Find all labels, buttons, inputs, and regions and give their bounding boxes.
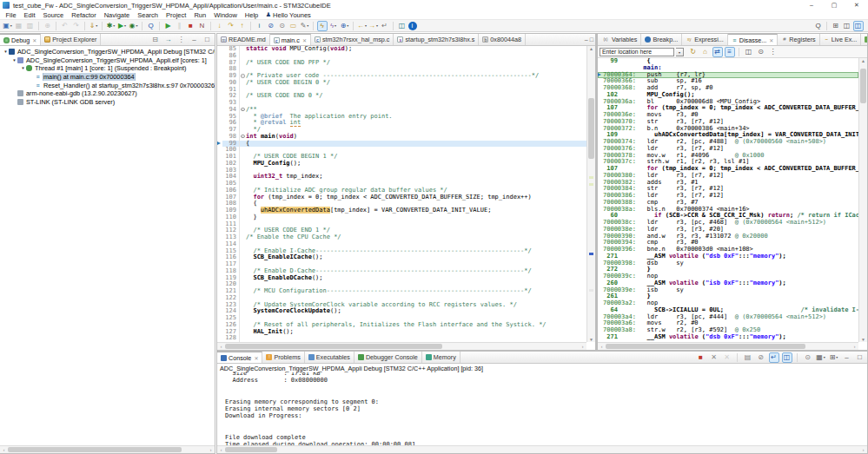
terminate-icon[interactable]: ■ <box>696 352 706 363</box>
tab-stm32h7rsxx-hal-msp-c[interactable]: cstm32h7rsxx_hal_msp.c <box>311 34 394 45</box>
disassembly-line[interactable]: 271 __ASM volatile ("dsb 0xF":::"memory"… <box>598 334 858 341</box>
tab-variables[interactable]: (x)Variables <box>598 34 641 45</box>
open-element-icon[interactable]: ▭ <box>288 21 299 31</box>
scrollbar-thumb[interactable] <box>225 447 277 452</box>
code-line[interactable]: 90/* USER CODE BEGIN 0 */ <box>217 80 586 87</box>
tab-breakp[interactable]: Breakp... <box>641 34 682 45</box>
code-line[interactable]: 110 } <box>217 214 586 221</box>
tab-project-explorer[interactable]: Project Explorer <box>41 34 101 45</box>
code-line[interactable]: 98–int main(void) <box>217 134 586 141</box>
maximize-button[interactable]: ▢ <box>823 0 845 10</box>
tab-executables[interactable]: Executables <box>305 352 354 363</box>
code-line[interactable]: 124 SystemCoreClockUpdate(); <box>217 308 586 315</box>
code-line[interactable]: 109 uhADCxConvertedData[tmp_index] = VAR… <box>217 207 586 214</box>
program-chip-icon[interactable]: ϟ▾ <box>328 21 339 31</box>
clear-console-icon[interactable]: ▤ <box>743 352 753 363</box>
search-icon[interactable]: Q <box>146 21 156 31</box>
step-over-icon[interactable]: ↷ <box>226 21 236 31</box>
code-line[interactable]: 116 SCB_EnableICache(); <box>217 254 586 261</box>
code-line[interactable]: 127 HAL_Init(); <box>217 329 586 336</box>
cpp-perspective-icon[interactable]: ◫ <box>842 21 852 31</box>
tab-disasse[interactable]: ≡Disasse...✕ <box>728 34 779 46</box>
external-tools-icon[interactable]: ◉▾ <box>129 21 139 31</box>
scrollbar-thumb[interactable] <box>8 447 182 452</box>
info-icon[interactable]: i <box>408 22 417 30</box>
tab-problems[interactable]: !Problems <box>262 352 304 363</box>
sync-pc-icon[interactable]: ⇄ <box>712 47 723 57</box>
annotation-mark[interactable] <box>589 289 593 292</box>
pin-icon[interactable]: ⊙ <box>756 47 766 57</box>
code-line[interactable]: 102 MPU_Config(); <box>217 161 586 168</box>
tab-sfrs[interactable]: SFRs <box>861 34 867 45</box>
location-input[interactable] <box>600 48 674 56</box>
code-line[interactable]: 87/* USER CODE END PFP */ <box>217 60 586 67</box>
tab-registers[interactable]: #Registers <box>778 34 819 45</box>
close-icon[interactable]: ✕ <box>254 355 258 361</box>
view-menu-icon[interactable]: ⋮ <box>768 47 779 57</box>
scroll-left-icon[interactable]: ‹ <box>598 344 606 349</box>
close-icon[interactable]: ✕ <box>769 37 773 43</box>
fold-gutter[interactable]: – <box>239 134 246 141</box>
run-icon[interactable]: ▶▾ <box>117 21 128 31</box>
debug-icon[interactable]: ✱▾ <box>106 21 116 31</box>
profile-icon[interactable]: ⊙ <box>277 21 288 31</box>
scroll-lock-icon[interactable]: ⊘ <box>756 352 766 363</box>
code-line[interactable]: 99{ <box>217 141 586 148</box>
close-icon[interactable]: ✕ <box>32 37 36 43</box>
minimize-button[interactable]: – <box>800 0 823 10</box>
back-icon[interactable]: ←▾ <box>357 21 368 31</box>
source-editor[interactable]: 85static void MPU_Config(void);8687/* US… <box>217 46 586 342</box>
fold-gutter[interactable]: – <box>239 107 246 114</box>
minimize-icon[interactable]: – <box>842 352 852 363</box>
step-into-icon[interactable]: ↓ <box>215 21 225 31</box>
debug-perspective-icon[interactable]: ◫ <box>853 21 864 31</box>
tree-row[interactable]: ▼ADC_SingleConversion_TriggerSW_HPDMA_Ap… <box>0 48 215 56</box>
display-console-icon[interactable]: ▦▾ <box>816 352 826 363</box>
last-edit-icon[interactable]: ↵ <box>380 21 390 31</box>
expand-collapse-icon[interactable]: ▼ <box>20 66 26 70</box>
menu-file[interactable]: File <box>2 11 20 19</box>
tab-main-c[interactable]: cmain.c✕ <box>270 34 311 46</box>
scroll-left-icon[interactable]: ‹ <box>217 344 225 349</box>
code-line[interactable]: 119 SCB_EnableDCache(); <box>217 275 586 282</box>
link-editor-icon[interactable]: ◫ <box>397 21 407 31</box>
home-icon[interactable]: ⌂ <box>700 47 711 57</box>
collapse-all-icon[interactable]: ⊟ <box>150 35 161 45</box>
step-return-icon[interactable]: ↑ <box>237 21 248 31</box>
skip-breakpoints-icon[interactable]: ⊘ <box>266 21 276 31</box>
annotation-mark[interactable] <box>589 183 593 186</box>
menu-edit[interactable]: Edit <box>20 11 39 19</box>
target-status-icon[interactable]: ⊕▾ <box>340 21 350 31</box>
fold-gutter[interactable]: – <box>239 73 246 80</box>
annotation-mark[interactable] <box>589 253 593 255</box>
resume-icon[interactable]: ▶ <box>163 21 174 31</box>
expand-collapse-icon[interactable]: ▼ <box>11 58 17 63</box>
collapse-fold-icon[interactable]: – <box>241 74 245 78</box>
code-line[interactable]: 104 uint32_t tmp_index; <box>217 174 586 181</box>
code-line[interactable]: 93 <box>217 100 586 107</box>
minimize-icon[interactable]: – <box>585 34 588 45</box>
quick-search-icon[interactable]: Q <box>813 21 824 31</box>
flash-download-icon[interactable]: ⇓▾ <box>89 21 99 31</box>
expand-collapse-icon[interactable]: ▼ <box>3 49 9 54</box>
edit-highlight-icon[interactable]: ϟ <box>317 21 328 31</box>
tab-debugger-console[interactable]: Debugger Console <box>354 352 422 363</box>
tree-row[interactable]: ▼Thread #1 [main] 1 [core: 1] (Suspended… <box>0 64 215 73</box>
scrollbar-thumb[interactable] <box>588 98 594 159</box>
menu-window[interactable]: Window <box>210 11 242 19</box>
disassembly-listing[interactable]: 99 { main:70000364: push {r7, lr}7000036… <box>598 58 858 342</box>
menu-refactor[interactable]: Refactor <box>68 11 100 19</box>
scroll-down-icon[interactable]: ▼ <box>587 337 595 342</box>
scrollbar-thumb[interactable] <box>225 344 442 349</box>
debug-tree-horizontal-scrollbar[interactable]: ‹ › <box>0 445 215 453</box>
open-console-icon[interactable]: ⊞▾ <box>829 352 839 363</box>
collapse-fold-icon[interactable]: – <box>241 108 245 112</box>
scroll-up-icon[interactable]: ▲ <box>859 58 867 63</box>
link-context-icon[interactable]: → <box>163 35 174 45</box>
menu-user[interactable]: ♟Hello Younes <box>266 11 311 19</box>
menu-help[interactable]: Help <box>241 11 262 19</box>
pin-console-icon[interactable]: ⊙ <box>803 352 813 363</box>
show-on-output-icon[interactable]: ◫ <box>782 352 792 363</box>
maximize-icon[interactable]: □ <box>202 35 213 45</box>
show-source-icon[interactable]: ≡ <box>725 47 735 57</box>
